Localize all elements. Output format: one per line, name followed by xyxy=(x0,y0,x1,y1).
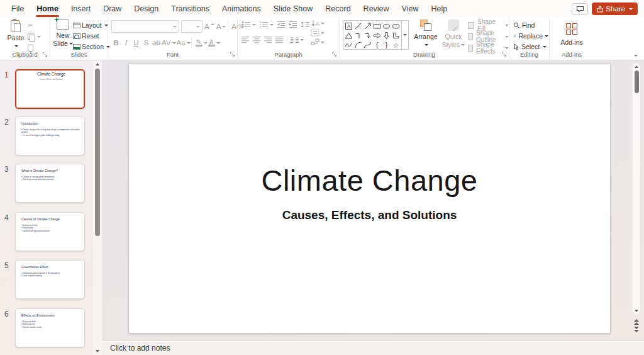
scroll-down-arrow-icon[interactable] xyxy=(96,350,99,352)
align-center-button[interactable] xyxy=(253,37,261,43)
shape-freeform-icon[interactable] xyxy=(344,40,353,50)
italic-button[interactable]: I xyxy=(121,37,131,48)
cut-button[interactable]: ✂ xyxy=(28,21,41,30)
thumbnail-panel-scrollbar[interactable] xyxy=(93,60,102,355)
shape-right-brace-icon[interactable]: } xyxy=(382,40,391,50)
slide-thumbnail-5[interactable]: Greenhouse Effect Greenhouse gases trap … xyxy=(15,260,85,299)
layout-button[interactable]: Layout xyxy=(73,21,110,30)
notes-area[interactable]: Click to add notes xyxy=(102,340,644,355)
scroll-up-arrow-icon[interactable] xyxy=(96,63,99,65)
new-slide-button[interactable]: New Slide xyxy=(53,20,73,47)
align-text-button[interactable] xyxy=(311,29,325,37)
decrease-indent-button[interactable] xyxy=(277,21,286,28)
slide-thumbnail-3[interactable]: What is Climate Change? Changes in avera… xyxy=(15,164,85,203)
slide-thumbnail-4[interactable]: Causes of Climate Change Burning fossil … xyxy=(15,212,85,251)
replace-button[interactable]: Replace xyxy=(513,32,548,40)
shape-triangle-icon[interactable] xyxy=(344,31,353,40)
shape-rectangle-icon[interactable] xyxy=(372,21,382,31)
tab-record[interactable]: Record xyxy=(319,0,357,18)
tab-file[interactable]: File xyxy=(5,0,30,18)
section-button[interactable]: Section xyxy=(73,42,110,51)
shape-elbow-connector-icon[interactable] xyxy=(353,31,363,40)
tab-slide-show[interactable]: Slide Show xyxy=(267,0,319,18)
quick-styles-button[interactable]: Quick Styles xyxy=(440,20,467,48)
paragraph-dialog-launcher[interactable] xyxy=(331,52,337,57)
shape-left-brace-icon[interactable]: { xyxy=(372,40,382,50)
shape-arrow-right-icon[interactable] xyxy=(372,31,382,40)
tab-home[interactable]: Home xyxy=(30,0,65,18)
tab-animations[interactable]: Animations xyxy=(216,0,267,18)
shape-elbow-arrow-connector-icon[interactable] xyxy=(363,31,372,40)
comments-button[interactable] xyxy=(572,3,588,15)
font-dialog-launcher[interactable] xyxy=(230,52,235,57)
clipboard-dialog-launcher[interactable] xyxy=(42,52,48,57)
scrollbar-thumb[interactable] xyxy=(95,69,100,236)
shape-arc-icon[interactable] xyxy=(353,40,363,50)
shape-oval-icon[interactable] xyxy=(382,21,391,31)
slide-thumbnail-6[interactable]: Effects on Environment Rising sea levels… xyxy=(15,308,85,347)
tab-help[interactable]: Help xyxy=(425,0,453,18)
slide-thumbnail-1[interactable]: Climate Change Causes, Effects, and Solu… xyxy=(15,69,85,109)
change-case-button[interactable]: Aa xyxy=(177,37,191,48)
decrease-font-size-button[interactable]: A xyxy=(216,21,226,32)
align-left-button[interactable] xyxy=(242,37,250,43)
drawing-dialog-launcher[interactable] xyxy=(501,52,507,57)
slide-title-text[interactable]: Climate Change xyxy=(129,163,610,198)
text-direction-button[interactable]: A xyxy=(311,20,325,27)
slide-thumbnail-2[interactable]: Introduction Climate change refers to lo… xyxy=(15,116,85,155)
scroll-up-arrow-icon[interactable] xyxy=(635,65,638,68)
text-highlight-button[interactable]: ✎ xyxy=(191,37,208,48)
character-spacing-button[interactable]: AV xyxy=(162,37,176,48)
text-shadow-button[interactable]: S xyxy=(142,37,151,48)
tab-transitions[interactable]: Transitions xyxy=(165,0,216,18)
increase-font-size-button[interactable]: A xyxy=(204,21,214,32)
select-button[interactable]: Select xyxy=(513,43,548,50)
shape-text-box-icon[interactable]: A xyxy=(344,21,353,31)
shape-arrow-icon[interactable] xyxy=(363,21,372,31)
scroll-down-arrow-icon[interactable] xyxy=(635,310,638,312)
underline-button[interactable]: U xyxy=(131,37,141,48)
paste-button[interactable]: Paste xyxy=(5,20,26,50)
collapse-ribbon-button[interactable] xyxy=(634,55,638,57)
font-color-button[interactable]: A xyxy=(208,37,220,48)
add-ins-button[interactable]: Add-ins xyxy=(560,20,583,47)
reset-button[interactable]: Reset xyxy=(73,31,110,40)
previous-slide-button[interactable] xyxy=(634,318,639,325)
tab-review[interactable]: Review xyxy=(357,0,396,18)
increase-indent-button[interactable] xyxy=(289,21,297,28)
justify-button[interactable] xyxy=(275,37,284,43)
shape-arrow-down-icon[interactable] xyxy=(382,31,391,40)
bullets-button[interactable] xyxy=(242,21,256,28)
arrange-button[interactable]: Arrange xyxy=(411,20,440,48)
align-right-button[interactable] xyxy=(264,37,272,43)
slide-canvas[interactable]: Climate Change Causes, Effects, and Solu… xyxy=(128,63,611,334)
font-group-label: Font xyxy=(108,51,237,58)
shape-fill-button[interactable]: Shape Fill xyxy=(468,21,509,30)
find-button[interactable]: Find xyxy=(513,21,548,29)
shape-line-icon[interactable] xyxy=(353,21,363,31)
shape-star-icon[interactable]: ☆ xyxy=(391,40,401,50)
font-size-select[interactable] xyxy=(181,20,203,33)
next-slide-button[interactable] xyxy=(634,327,639,333)
shape-gallery-more-button[interactable] xyxy=(401,21,408,49)
replace-icon xyxy=(513,33,516,39)
share-button[interactable]: Share xyxy=(592,3,638,15)
slide-subtitle-text[interactable]: Causes, Effects, and Solutions xyxy=(129,208,610,222)
font-name-select[interactable] xyxy=(111,20,179,33)
scrollbar-thumb[interactable] xyxy=(635,70,639,93)
shape-outline-button[interactable]: Shape Outline xyxy=(468,32,509,41)
numbering-button[interactable] xyxy=(259,21,274,28)
tab-view[interactable]: View xyxy=(396,0,425,18)
convert-to-smartart-button[interactable] xyxy=(311,38,325,46)
canvas-vertical-scrollbar[interactable] xyxy=(632,63,640,315)
shape-l-shape-icon[interactable] xyxy=(391,31,401,40)
tab-design[interactable]: Design xyxy=(128,0,165,18)
shape-curve-icon[interactable] xyxy=(363,40,372,50)
columns-button[interactable] xyxy=(287,37,304,43)
shape-rounded-rectangle-icon[interactable] xyxy=(391,21,401,31)
tab-insert[interactable]: Insert xyxy=(65,0,97,18)
copy-button[interactable] xyxy=(28,32,41,41)
strikethrough-button[interactable]: ab xyxy=(152,37,161,48)
tab-draw[interactable]: Draw xyxy=(97,0,128,18)
bold-button[interactable]: B xyxy=(111,37,121,48)
